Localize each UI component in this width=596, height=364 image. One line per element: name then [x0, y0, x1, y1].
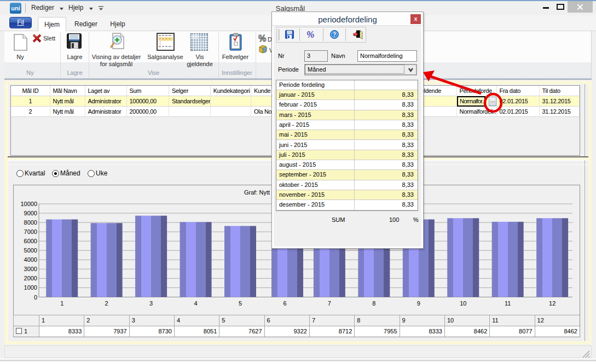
svg-text:10: 10 [460, 300, 466, 307]
svg-text:9000: 9000 [24, 210, 37, 216]
svg-text:6000: 6000 [24, 238, 37, 244]
svg-text:?: ? [333, 32, 336, 38]
svg-text:0: 0 [34, 294, 37, 301]
svg-text:6: 6 [283, 300, 286, 307]
svg-text:2: 2 [105, 300, 108, 307]
svg-text:8: 8 [372, 300, 375, 307]
svg-text:11: 11 [505, 300, 511, 307]
svg-text:1000: 1000 [24, 284, 37, 291]
svg-text:9: 9 [417, 300, 420, 307]
svg-text:3000: 3000 [24, 266, 37, 272]
svg-text:%: % [258, 34, 266, 43]
svg-text:10000: 10000 [20, 201, 37, 207]
svg-text:%: % [306, 30, 314, 39]
svg-text:12: 12 [549, 300, 556, 307]
svg-text:1: 1 [60, 300, 63, 307]
svg-text:7: 7 [328, 300, 331, 307]
svg-text:4000: 4000 [24, 256, 37, 263]
svg-text:5: 5 [239, 300, 242, 307]
svg-text:3: 3 [149, 300, 153, 307]
svg-text:2000: 2000 [24, 275, 37, 281]
svg-text:4: 4 [194, 300, 197, 307]
svg-text:8000: 8000 [24, 219, 37, 226]
svg-text:7000: 7000 [24, 228, 37, 235]
svg-text:5000: 5000 [24, 247, 37, 254]
